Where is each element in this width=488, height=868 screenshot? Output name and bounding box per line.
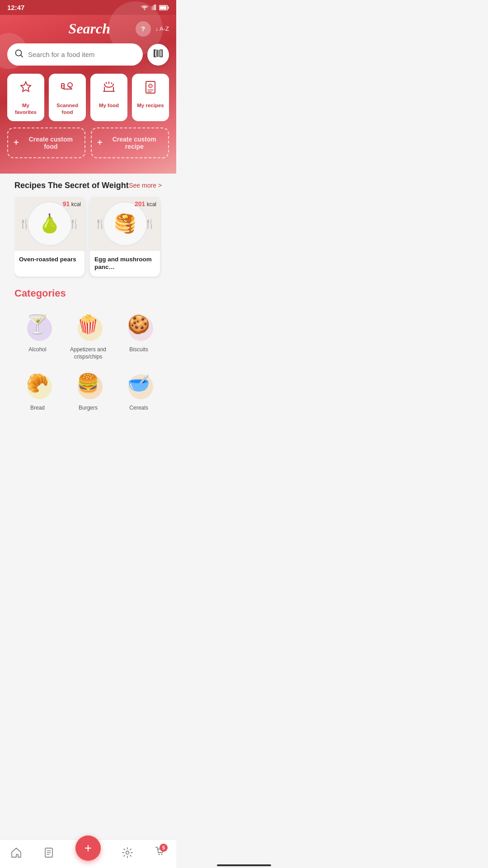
svg-rect-18 — [160, 57, 163, 57]
category-item-appetizers[interactable]: 🍿 Appetizers and crisps/chips — [65, 307, 111, 360]
fab-plus-icon: + — [84, 841, 92, 855]
recipe-scroll: 🍴 🍐 🍴 91 kcal Oven-roasted pears 🍴 🥞 🍴 — [14, 197, 162, 278]
svg-rect-17 — [154, 50, 156, 51]
main-content: Recipes The Secret of Weight See more > … — [0, 174, 176, 457]
bread-icon: 🥐 — [26, 373, 49, 394]
recipe-name-1: Egg and mushroom panc… — [94, 255, 155, 271]
create-food-plus: + — [14, 137, 19, 148]
barcode-icon — [153, 48, 164, 61]
svg-point-28 — [126, 851, 129, 854]
svg-rect-22 — [146, 81, 155, 93]
svg-rect-11 — [156, 50, 157, 57]
nav-settings[interactable] — [122, 847, 133, 859]
category-item-alcohol[interactable]: 🍸 Alcohol — [14, 307, 61, 360]
category-label-burgers: Burgers — [79, 405, 98, 412]
recipe-image-0: 🍴 🍐 🍴 91 kcal — [14, 197, 84, 251]
create-row: + Create custom food + Create custom rec… — [7, 127, 169, 158]
recipe-name-0: Oven-roasted pears — [19, 255, 80, 264]
svg-rect-4 — [155, 5, 156, 10]
svg-point-23 — [149, 84, 152, 88]
svg-rect-10 — [154, 50, 155, 57]
svg-rect-16 — [154, 57, 156, 57]
recipes-section: Recipes The Secret of Weight See more > … — [7, 181, 169, 278]
recipes-section-title: Recipes The Secret of Weight — [14, 181, 129, 190]
bottom-nav: + 5 — [0, 840, 176, 868]
category-item-biscuits[interactable]: 🍪 Biscuits — [116, 307, 162, 360]
action-label-scanned: Scanned food — [52, 102, 82, 116]
create-recipe-button[interactable]: + Create custom recipe — [91, 127, 169, 158]
category-label-cereals: Cereals — [129, 405, 148, 412]
category-icon-wrap-biscuits: 🍪 — [121, 307, 157, 343]
recipe-card-1[interactable]: 🍴 🥞 🍴 201 kcal Egg and mushroom panc… — [90, 197, 160, 277]
category-icon-wrap-appetizers: 🍿 — [70, 307, 106, 343]
categories-section: Categories 🍸 Alcohol 🍿 Appetizers and cr… — [7, 288, 169, 412]
category-label-bread: Bread — [30, 405, 45, 412]
appetizers-icon: 🍿 — [77, 314, 99, 335]
category-icon-wrap-burgers: 🍔 — [70, 365, 106, 401]
svg-rect-15 — [162, 50, 163, 57]
fab-add-button[interactable]: + — [75, 835, 101, 861]
create-recipe-plus: + — [97, 137, 103, 148]
action-label-recipes: My recipes — [137, 102, 164, 109]
alcohol-icon: 🍸 — [26, 314, 49, 335]
category-item-burgers[interactable]: 🍔 Burgers — [65, 365, 111, 412]
recipe-kcal-0: 91 kcal — [63, 200, 81, 208]
fork-left-0: 🍴 — [19, 197, 30, 251]
recipe-card-0[interactable]: 🍴 🍐 🍴 91 kcal Oven-roasted pears — [14, 197, 84, 277]
svg-point-30 — [161, 854, 163, 855]
category-label-biscuits: Biscuits — [129, 346, 148, 354]
category-icon-wrap-cereals: 🥣 — [121, 365, 157, 401]
svg-rect-12 — [157, 50, 159, 57]
nav-cart[interactable]: 5 — [154, 845, 166, 860]
cart-badge: 5 — [160, 844, 168, 852]
categories-grid: 🍸 Alcohol 🍿 Appetizers and crisps/chips … — [14, 307, 162, 412]
svg-rect-6 — [168, 6, 169, 9]
action-card-recipes[interactable]: My recipes — [132, 74, 169, 121]
svg-rect-14 — [161, 50, 161, 57]
category-icon-wrap-alcohol: 🍸 — [19, 307, 56, 343]
scanned-icon — [60, 80, 75, 98]
category-label-alcohol: Alcohol — [28, 346, 46, 354]
search-input[interactable] — [28, 51, 136, 58]
nav-diary[interactable] — [43, 847, 55, 859]
svg-rect-13 — [160, 50, 160, 57]
fork-left-1: 🍴 — [94, 197, 106, 251]
recipe-info-1: Egg and mushroom panc… — [90, 251, 160, 277]
recipes-icon — [143, 80, 158, 98]
plate-1: 🥞 — [103, 201, 148, 246]
burgers-icon: 🍔 — [77, 373, 99, 394]
recipe-info-0: Oven-roasted pears — [14, 251, 84, 269]
category-label-appetizers: Appetizers and crisps/chips — [65, 346, 111, 360]
svg-rect-7 — [160, 6, 167, 9]
star-icon — [19, 80, 33, 98]
svg-point-21 — [68, 83, 72, 87]
svg-point-29 — [159, 854, 160, 855]
nav-home[interactable] — [10, 847, 22, 859]
my-food-icon — [102, 80, 116, 98]
categories-title: Categories — [14, 288, 162, 299]
cereals-icon: 🥣 — [127, 373, 150, 394]
svg-rect-19 — [160, 50, 163, 51]
quick-actions: My favorites Scanned food — [7, 74, 169, 121]
action-card-favorites[interactable]: My favorites — [7, 74, 44, 121]
plate-0: 🍐 — [27, 201, 72, 246]
category-icon-wrap-bread: 🥐 — [19, 365, 56, 401]
nav-add[interactable]: + — [75, 844, 101, 861]
recipes-section-header: Recipes The Secret of Weight See more > — [14, 181, 162, 190]
action-label-favorites: My favorites — [11, 102, 41, 116]
cart-icon-wrap: 5 — [154, 845, 166, 860]
header-area: Search ? ↓ A-Z — [0, 15, 176, 174]
recipe-image-1: 🍴 🥞 🍴 201 kcal — [90, 197, 160, 251]
biscuits-icon: 🍪 — [127, 314, 150, 335]
category-item-cereals[interactable]: 🥣 Cereals — [116, 365, 162, 412]
recipe-kcal-1: 201 kcal — [135, 200, 156, 208]
create-food-button[interactable]: + Create custom food — [7, 127, 85, 158]
action-card-my-food[interactable]: My food — [90, 74, 127, 121]
category-item-bread[interactable]: 🥐 Bread — [14, 365, 61, 412]
status-time: 12:47 — [7, 4, 24, 11]
action-card-scanned[interactable]: Scanned food — [49, 74, 86, 121]
action-label-my-food: My food — [99, 102, 119, 109]
see-more-button[interactable]: See more > — [129, 182, 162, 189]
